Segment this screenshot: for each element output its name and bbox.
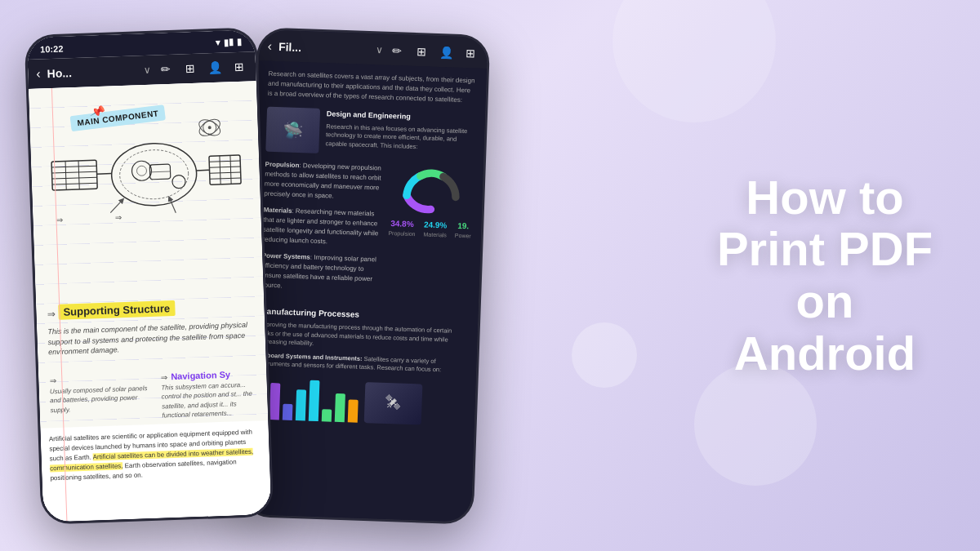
user-icon-left[interactable]: 👤 xyxy=(207,59,224,76)
propulsion-text: Propulsion: Developing new propulsion me… xyxy=(264,159,384,202)
svg-line-21 xyxy=(220,155,220,184)
main-heading: How to Print PDF on Android xyxy=(710,171,939,380)
bottom-text-section: Artificial satellites are scientific or … xyxy=(40,420,271,522)
svg-line-5 xyxy=(65,161,66,189)
svg-line-15 xyxy=(197,170,210,171)
left-phone-screen: 10:22 ▾ ▮▮ ▮ ‹ Ho... ∨ ✏ ⊞ 👤 ⊞ xyxy=(27,29,272,522)
svg-line-1 xyxy=(51,166,96,167)
heading-line3: on Android xyxy=(710,276,939,380)
design-section: Design and Engineering Research in this … xyxy=(265,106,475,158)
nav-icons-left: ✏ ⊞ 👤 ⊞ xyxy=(158,58,248,78)
nav-chevron-left[interactable]: ∨ xyxy=(144,64,151,75)
bar-item xyxy=(283,403,293,420)
right-content: Research on satellites covers a vast arr… xyxy=(243,60,487,522)
time-display: 10:22 xyxy=(40,43,64,54)
grid-icon-left[interactable]: ⊞ xyxy=(182,60,199,77)
svg-point-11 xyxy=(136,166,146,176)
right-phone-screen: ‹ Fil... ∨ ✏ ⊞ 👤 ⊞ Research on satellite… xyxy=(243,29,488,522)
svg-line-13 xyxy=(150,171,171,172)
svg-line-20 xyxy=(210,178,241,179)
design-body: Research in this area focuses on advanci… xyxy=(325,122,474,153)
nav-chevron-right[interactable]: ∨ xyxy=(375,44,382,56)
chart-legend: 34.8% Propulsion 24.9% Materials 19. Pow… xyxy=(388,216,471,240)
bottom-paragraph: Artificial satellites are scientific or … xyxy=(49,427,262,483)
pencil-icon-right[interactable]: ✏ xyxy=(389,42,406,59)
design-title: Design and Engineering xyxy=(327,109,475,125)
bar-chart xyxy=(256,377,359,421)
nav-system-body: This subsystem can accura... control the… xyxy=(161,380,261,420)
materials-text: Materials: Researching new materials tha… xyxy=(262,205,382,248)
svg-point-26 xyxy=(208,126,212,129)
svg-rect-16 xyxy=(209,155,241,184)
svg-point-14 xyxy=(172,175,186,189)
pencil-icon-left[interactable]: ✏ xyxy=(158,60,175,78)
user-icon-right[interactable]: 👤 xyxy=(438,43,455,60)
nav-system-title: Navigation Sy xyxy=(171,369,230,381)
heading-area: How to Print PDF on Android xyxy=(710,171,939,380)
svg-line-2 xyxy=(52,171,97,173)
svg-line-3 xyxy=(52,177,97,179)
svg-text:⇒: ⇒ xyxy=(56,215,62,224)
bar-item xyxy=(335,393,345,421)
svg-point-10 xyxy=(131,160,152,180)
nav-system-section: ⇒ Usually composed of solar panels and b… xyxy=(42,365,264,424)
power-text: Power Systems: Improving solar panel eff… xyxy=(261,251,381,294)
phone-right: ‹ Fil... ∨ ✏ ⊞ 👤 ⊞ Research on satellite… xyxy=(241,27,491,525)
phones-container: 10:22 ▾ ▮▮ ▮ ‹ Ho... ∨ ✏ ⊞ 👤 ⊞ xyxy=(33,31,482,521)
svg-line-4 xyxy=(52,183,97,184)
pin-icon: 📌 xyxy=(89,103,105,118)
battery-icon: ▮ xyxy=(237,36,242,47)
bg-circle-3 xyxy=(572,322,637,388)
back-button-left[interactable]: ‹ xyxy=(36,66,41,81)
svg-point-8 xyxy=(110,141,198,207)
grid-icon-right[interactable]: ⊞ xyxy=(413,42,430,60)
supporting-section: ⇒ Supporting Structure This is the main … xyxy=(40,297,261,362)
nav-title-right: Fil... xyxy=(278,40,369,56)
svg-line-18 xyxy=(209,167,240,167)
notebook-content: 📌 MAIN COMPONENT xyxy=(29,81,271,522)
design-text-block: Design and Engineering Research in this … xyxy=(325,109,475,153)
onboard-text: Onboard Systems and Instruments: Satelli… xyxy=(258,350,467,375)
satellite-thumbnail xyxy=(265,106,320,153)
bar-item xyxy=(296,389,306,420)
supporting-title: Supporting Structure xyxy=(58,300,175,320)
heading-line2: Print PDF xyxy=(710,224,939,276)
bg-circle-1 xyxy=(612,0,776,122)
legend-materials: 24.9% Materials xyxy=(423,218,447,239)
menu-icon-left[interactable]: ⊞ xyxy=(231,58,248,75)
svg-line-17 xyxy=(209,161,240,162)
svg-text:⇒: ⇒ xyxy=(114,213,121,222)
phone-left: 10:22 ▾ ▮▮ ▮ ‹ Ho... ∨ ✏ ⊞ 👤 ⊞ xyxy=(24,27,274,525)
bar-item xyxy=(348,398,359,421)
left-content-area: 📌 MAIN COMPONENT xyxy=(29,81,271,522)
wifi-icon: ▾ xyxy=(216,37,220,47)
bar-item xyxy=(270,382,281,419)
nav-left-text: Usually composed of solar panels and bat… xyxy=(50,384,149,415)
manufacturing-body: Improving the manufacturing process thro… xyxy=(259,320,468,353)
bar-item xyxy=(322,408,332,420)
svg-rect-0 xyxy=(51,160,97,190)
svg-line-22 xyxy=(230,155,231,184)
svg-line-6 xyxy=(78,160,79,189)
chart-section: Propulsion: Developing new propulsion me… xyxy=(261,159,474,304)
legend-power: 19. Power xyxy=(455,219,472,240)
back-button-right[interactable]: ‹ xyxy=(267,38,272,53)
nav-icons-right: ✏ ⊞ 👤 ⊞ xyxy=(389,42,479,61)
signal-icon: ▮▮ xyxy=(224,37,234,47)
manufacturing-section: Manufacturing Processes Improving the ma… xyxy=(256,304,469,425)
bar-item xyxy=(309,380,320,420)
nav-title-left: Ho... xyxy=(47,64,137,80)
svg-point-9 xyxy=(119,149,189,200)
menu-icon-right[interactable]: ⊞ xyxy=(462,44,479,61)
svg-line-7 xyxy=(97,173,112,174)
donut-chart xyxy=(399,164,462,220)
heading-line1: How to xyxy=(710,171,939,224)
legend-propulsion: 34.8% Propulsion xyxy=(388,216,416,238)
supporting-text: This is the main component of the satell… xyxy=(47,319,255,358)
bg-circle-2 xyxy=(694,363,817,486)
bottom-satellite-img: 🛰 xyxy=(364,381,423,424)
right-intro: Research on satellites covers a vast arr… xyxy=(268,69,477,105)
svg-line-19 xyxy=(210,172,241,173)
